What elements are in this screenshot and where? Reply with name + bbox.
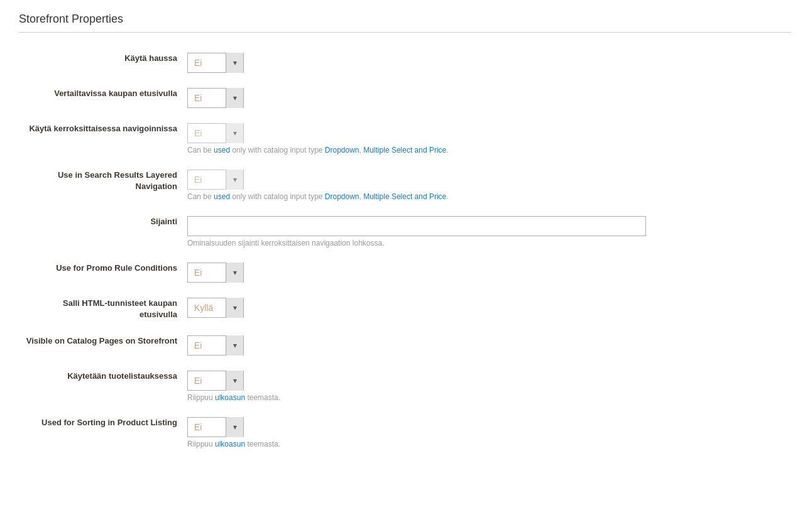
field-label: Sijainti: [19, 209, 182, 255]
field-label: Käytetään tuotelistauksessa: [19, 363, 182, 410]
table-row: Used for Sorting in Product Listing Ei R…: [19, 410, 791, 456]
used-for-sorting-select[interactable]: Ei: [187, 417, 244, 437]
table-row: Käytä kerroksittaisessa navigoinnissa Ei…: [19, 116, 791, 162]
field-label: Use for Promo Rule Conditions: [19, 255, 182, 290]
table-row: Use in Search Results Layered Navigation…: [19, 162, 791, 209]
field-cell: Ominaisuuden sijainti kerroksittaisen na…: [182, 209, 791, 255]
hint-link-dropdown[interactable]: Dropdown: [325, 146, 359, 155]
vertailtavissa-select[interactable]: Ei: [187, 88, 244, 108]
dropdown-arrow-icon[interactable]: [226, 371, 243, 391]
field-label: Käytä kerroksittaisessa navigoinnissa: [19, 116, 182, 162]
field-label: Käytä haussa: [19, 45, 182, 80]
select-value: Ei: [188, 58, 226, 68]
dropdown-arrow-icon[interactable]: [226, 88, 243, 108]
hint-link-ulkoasun[interactable]: ulkoasun: [215, 393, 245, 402]
field-cell: Kyllä: [182, 290, 791, 328]
hint-link: used: [214, 146, 230, 155]
select-value: Ei: [188, 175, 226, 185]
table-row: Vertailtavissa kaupan etusivulla Ei: [19, 80, 791, 116]
hint-link-multiselect[interactable]: Multiple Select and Price: [363, 192, 446, 201]
field-hint: Can be used only with catalog input type…: [187, 146, 786, 155]
table-row: Sijainti Ominaisuuden sijainti kerroksit…: [19, 209, 791, 255]
select-value: Ei: [188, 340, 226, 350]
field-cell: Ei Can be used only with catalog input t…: [182, 116, 791, 162]
page-container: Storefront Properties Käytä haussa Ei Ve…: [0, 0, 810, 469]
sijainti-input[interactable]: [187, 216, 646, 236]
salli-html-select[interactable]: Kyllä: [187, 298, 244, 318]
hint-link-ulkoasun[interactable]: ulkoasun: [215, 440, 245, 448]
field-cell: Ei Riippuu ulkoasun teemasta.: [182, 363, 791, 410]
table-row: Salli HTML-tunnisteet kaupan etusivulla …: [19, 290, 791, 328]
dropdown-arrow-icon[interactable]: [226, 417, 243, 437]
field-hint: Riippuu ulkoasun teemasta.: [187, 440, 786, 448]
field-label: Use in Search Results Layered Navigation: [19, 162, 182, 209]
kayta-kerroksittaisessa-select[interactable]: Ei: [187, 123, 244, 143]
field-label: Vertailtavissa kaupan etusivulla: [19, 80, 182, 116]
hint-link: used: [214, 192, 230, 201]
field-cell: Ei Riippuu ulkoasun teemasta.: [182, 410, 791, 456]
section-title: Storefront Properties: [19, 13, 791, 33]
field-cell: Ei: [182, 45, 791, 80]
select-value: Ei: [188, 376, 226, 386]
visible-catalog-select[interactable]: Ei: [187, 335, 244, 356]
table-row: Käytetään tuotelistauksessa Ei Riippuu u…: [19, 363, 791, 410]
dropdown-arrow-icon[interactable]: [226, 123, 243, 143]
dropdown-arrow-icon[interactable]: [226, 53, 243, 73]
field-label: Visible on Catalog Pages on Storefront: [19, 328, 182, 363]
field-cell: Ei: [182, 80, 791, 116]
form-table: Käytä haussa Ei Vertailtavissa kaupan et…: [19, 45, 791, 456]
field-hint: Riippuu ulkoasun teemasta.: [187, 393, 786, 402]
select-value: Kyllä: [188, 303, 226, 313]
dropdown-arrow-icon[interactable]: [226, 335, 243, 356]
field-label: Salli HTML-tunnisteet kaupan etusivulla: [19, 290, 182, 328]
table-row: Use for Promo Rule Conditions Ei: [19, 255, 791, 290]
hint-link-multiselect[interactable]: Multiple Select and Price: [363, 146, 446, 155]
field-cell: Ei: [182, 328, 791, 363]
hint-link-dropdown[interactable]: Dropdown: [325, 192, 359, 201]
kayta-haussa-select[interactable]: Ei: [187, 53, 244, 73]
table-row: Visible on Catalog Pages on Storefront E…: [19, 328, 791, 363]
dropdown-arrow-icon[interactable]: [226, 263, 243, 283]
select-value: Ei: [188, 93, 226, 103]
use-in-search-select[interactable]: Ei: [187, 170, 244, 190]
field-hint: Ominaisuuden sijainti kerroksittaisen na…: [187, 239, 786, 247]
select-value: Ei: [188, 128, 226, 138]
promo-rule-select[interactable]: Ei: [187, 263, 244, 283]
table-row: Käytä haussa Ei: [19, 45, 791, 80]
select-value: Ei: [188, 268, 226, 278]
dropdown-arrow-icon[interactable]: [226, 170, 243, 190]
field-cell: Ei Can be used only with catalog input t…: [182, 162, 791, 209]
field-label: Used for Sorting in Product Listing: [19, 410, 182, 456]
select-value: Ei: [188, 422, 226, 432]
field-cell: Ei: [182, 255, 791, 290]
dropdown-arrow-icon[interactable]: [226, 298, 243, 318]
kaytetaan-select[interactable]: Ei: [187, 371, 244, 391]
field-hint: Can be used only with catalog input type…: [187, 192, 786, 201]
